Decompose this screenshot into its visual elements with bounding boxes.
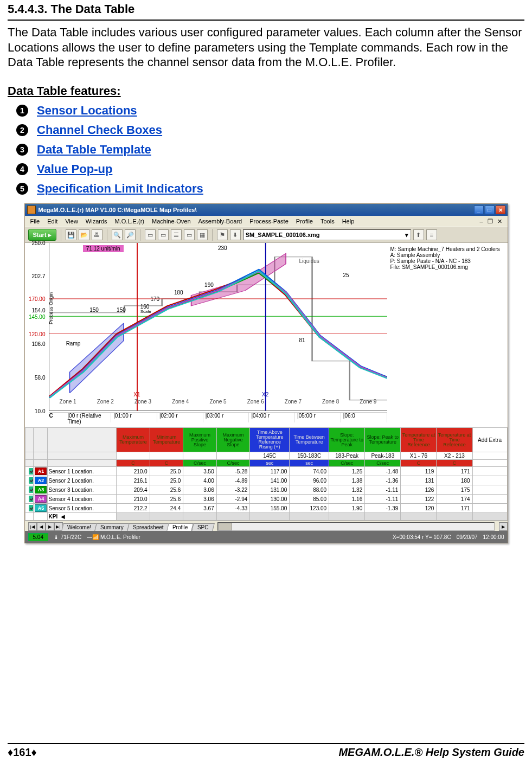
table-cell[interactable]: -5.28 xyxy=(216,467,250,476)
nav-list-icon[interactable]: ≡ xyxy=(426,229,437,240)
column-header[interactable]: Add Extra xyxy=(472,428,507,452)
sensor-location[interactable]: Sensor 2 Location. xyxy=(47,476,117,485)
table-cell[interactable]: -1.39 xyxy=(365,504,401,513)
close-button[interactable]: ✕ xyxy=(496,206,505,214)
tool-icon-5[interactable]: ▦ xyxy=(197,229,208,240)
column-header[interactable]: C xyxy=(150,460,183,467)
table-cell[interactable]: 123.00 xyxy=(290,504,329,513)
table-cell[interactable]: 126 xyxy=(401,485,437,495)
channel-checkbox[interactable] xyxy=(29,505,34,511)
sheet-tab[interactable]: Profile xyxy=(167,523,194,531)
table-cell[interactable]: 4.00 xyxy=(183,476,217,485)
menu-item[interactable]: File xyxy=(30,218,40,225)
table-cell[interactable]: 1.38 xyxy=(329,476,365,485)
column-header[interactable]: Time Between Temperature xyxy=(290,428,329,452)
table-cell[interactable]: 3.67 xyxy=(183,504,217,513)
column-header[interactable]: Slope: Peak to Temperature xyxy=(365,428,401,452)
column-header[interactable]: sec xyxy=(290,460,329,467)
table-cell[interactable]: -4.33 xyxy=(216,504,250,513)
mdi-close-icon[interactable]: ✕ xyxy=(497,218,502,225)
sensor-location[interactable]: Sensor 5 Location. xyxy=(47,504,117,513)
zoom-in-icon[interactable]: 🔍 xyxy=(112,229,123,240)
column-header[interactable]: Peak-183 xyxy=(365,452,401,460)
table-cell[interactable]: 3.50 xyxy=(183,467,217,476)
table-cell[interactable]: 24.4 xyxy=(150,504,183,513)
table-cell[interactable]: 131 xyxy=(401,476,437,485)
table-cell[interactable]: 1.90 xyxy=(329,504,365,513)
table-cell[interactable]: 85.00 xyxy=(290,495,329,504)
column-header[interactable]: Temperature at Time Reference xyxy=(437,428,472,452)
table-cell[interactable]: 209.4 xyxy=(117,485,150,495)
tab-nav-button[interactable]: ▶ xyxy=(46,522,54,531)
tab-nav-button[interactable]: ◀ xyxy=(37,522,46,531)
mdi-button-icon[interactable]: ❐ xyxy=(488,218,493,225)
table-cell[interactable]: 25.0 xyxy=(150,476,183,485)
horizontal-scrollbar[interactable] xyxy=(217,522,494,531)
start-button[interactable]: Start ▸ xyxy=(28,229,56,241)
table-cell[interactable]: 88.00 xyxy=(290,485,329,495)
column-header[interactable]: C/sec xyxy=(365,460,401,467)
table-cell[interactable]: 120 xyxy=(401,504,437,513)
mdi-button-icon[interactable]: – xyxy=(479,218,483,225)
sheet-tab[interactable]: Welcome! xyxy=(61,523,97,531)
feature-link[interactable]: Sensor Locations xyxy=(37,104,137,118)
column-header[interactable] xyxy=(472,452,507,460)
column-header[interactable] xyxy=(472,460,507,467)
table-cell[interactable]: -3.22 xyxy=(216,485,250,495)
column-header[interactable]: C/sec xyxy=(216,460,250,467)
menu-bar[interactable]: FileEditViewWizardsM.O.L.E.(r)Machine-Ov… xyxy=(25,216,508,227)
column-header[interactable] xyxy=(150,452,183,460)
table-cell[interactable]: 171 xyxy=(437,467,472,476)
table-cell[interactable]: 210.0 xyxy=(117,495,150,504)
menu-item[interactable]: Profile xyxy=(296,218,313,225)
table-cell[interactable]: -1.11 xyxy=(365,495,401,504)
feature-link[interactable]: Specification Limit Indicators xyxy=(37,182,203,196)
table-cell[interactable]: 117.00 xyxy=(250,467,290,476)
save-icon[interactable]: 💾 xyxy=(66,229,76,240)
table-cell[interactable]: 122 xyxy=(401,495,437,504)
column-header[interactable]: 183-Peak xyxy=(329,452,365,460)
column-header[interactable]: C/sec xyxy=(183,460,217,467)
table-cell[interactable]: 119 xyxy=(401,467,437,476)
table-cell[interactable] xyxy=(472,495,507,504)
column-header[interactable]: sec xyxy=(250,460,290,467)
column-header[interactable]: C xyxy=(117,460,150,467)
menu-item[interactable]: M.O.L.E.(r) xyxy=(115,218,144,225)
column-header[interactable]: C xyxy=(401,460,437,467)
feature-link[interactable]: Value Pop-up xyxy=(37,162,112,176)
column-header[interactable]: Temperature at Time Reference xyxy=(401,428,437,452)
column-header[interactable]: Maximum Positive Slope xyxy=(183,428,217,452)
table-cell[interactable]: -1.11 xyxy=(365,485,401,495)
sensor-location[interactable]: Sensor 4 Location. xyxy=(47,495,117,504)
sheet-tab[interactable]: Spreadsheet xyxy=(127,523,169,531)
title-bar[interactable]: MegaM.O.L.E.(r) MAP V1.00 C:\MegaMOLE Ma… xyxy=(25,204,508,216)
column-header[interactable]: Minimum Temperature xyxy=(150,428,183,452)
sensor-location[interactable]: Sensor 3 Location. xyxy=(47,485,117,495)
feature-link[interactable]: Channel Check Boxes xyxy=(37,123,162,137)
channel-checkbox[interactable] xyxy=(29,477,34,484)
table-cell[interactable]: 175 xyxy=(437,485,472,495)
menu-item[interactable]: Wizards xyxy=(86,218,107,225)
table-cell[interactable]: -4.89 xyxy=(216,476,250,485)
table-cell[interactable]: 155.00 xyxy=(250,504,290,513)
print-icon[interactable]: 🖶 xyxy=(92,229,102,240)
column-header[interactable]: 145C xyxy=(250,452,290,460)
table-cell[interactable]: -1.36 xyxy=(365,476,401,485)
menu-item[interactable]: Edit xyxy=(47,218,57,225)
column-header[interactable]: Slope: Temperature to Peak xyxy=(329,428,365,452)
table-cell[interactable]: 1.32 xyxy=(329,485,365,495)
sensor-location[interactable]: Sensor 1 Location. xyxy=(47,467,117,476)
file-dropdown[interactable]: SM_SAMPLE_000106.xmg ▾ xyxy=(243,229,411,240)
table-cell[interactable]: -2.94 xyxy=(216,495,250,504)
scroll-right-icon[interactable]: ▶ xyxy=(499,522,508,531)
table-cell[interactable]: -1.48 xyxy=(365,467,401,476)
channel-checkbox[interactable] xyxy=(29,496,34,502)
table-cell[interactable]: 25.6 xyxy=(150,485,183,495)
feature-link[interactable]: Data Table Template xyxy=(37,143,151,157)
column-header[interactable]: Time Above Temperature Reference Rising … xyxy=(250,428,290,452)
tool-icon-1[interactable]: ▭ xyxy=(145,229,156,240)
table-cell[interactable]: 180 xyxy=(437,476,472,485)
table-cell[interactable]: 171 xyxy=(437,504,472,513)
table-cell[interactable]: 210.0 xyxy=(117,467,150,476)
menu-item[interactable]: Machine-Oven xyxy=(152,218,191,225)
